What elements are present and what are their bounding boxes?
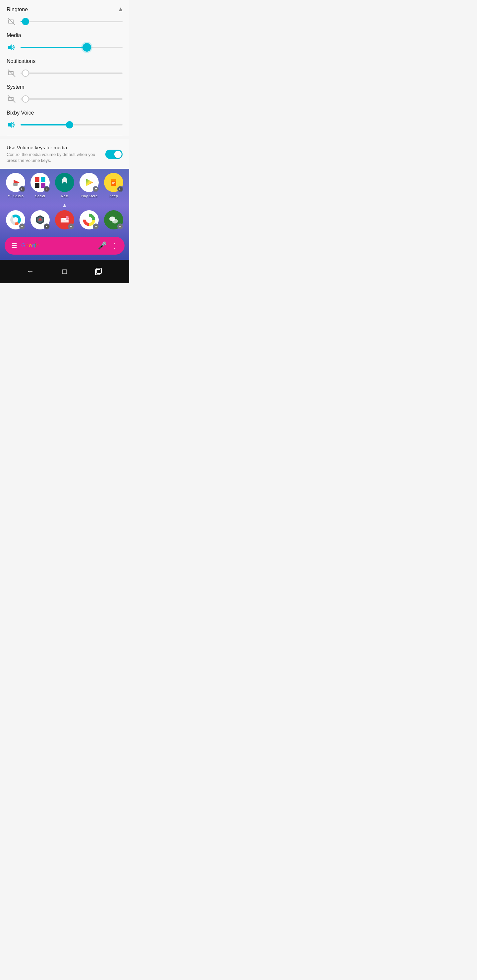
- nest-label: Nest: [61, 194, 69, 198]
- ringtone-section: Ringtone: [6, 6, 123, 27]
- home-screen: YT Studio Social: [0, 169, 129, 260]
- play-store-label: Play Store: [81, 194, 98, 198]
- svg-rect-23: [95, 189, 97, 189]
- volume-keys-row: Use Volume keys for media Control the me…: [0, 139, 129, 169]
- svg-point-55: [87, 218, 91, 222]
- app-row-2: [0, 210, 129, 235]
- yt-studio-badge: [19, 186, 25, 192]
- svg-point-18: [62, 182, 67, 185]
- app-nest[interactable]: Nest: [53, 173, 76, 198]
- ringtone-icon: [6, 17, 17, 27]
- svg-rect-12: [35, 183, 40, 188]
- svg-rect-26: [111, 179, 116, 181]
- svg-line-0: [8, 18, 15, 25]
- volume-keys-desc: Control the media volume by default when…: [6, 152, 100, 164]
- svg-rect-27: [112, 183, 115, 183]
- notifications-slider[interactable]: [21, 73, 123, 74]
- system-slider[interactable]: [21, 98, 123, 100]
- svg-rect-66: [97, 268, 101, 274]
- toggle-knob: [114, 151, 121, 158]
- home-button[interactable]: □: [58, 265, 71, 278]
- social-badge: [44, 186, 50, 192]
- yt-studio-label: YT Studio: [8, 194, 24, 198]
- svg-rect-38: [21, 226, 23, 227]
- bixby-section: Bixby Voice: [6, 110, 123, 130]
- drawer-chevron[interactable]: ▲: [0, 202, 129, 209]
- ringtone-title: Ringtone: [6, 6, 123, 13]
- svg-line-1: [8, 70, 15, 77]
- keep-label: Keep: [109, 194, 118, 198]
- donut-badge: [93, 223, 99, 229]
- mic-icon[interactable]: 🎤: [98, 241, 107, 250]
- system-section: System: [6, 84, 123, 104]
- system-title: System: [6, 84, 123, 90]
- volume-keys-toggle[interactable]: [105, 150, 123, 159]
- flickr-badge: [117, 223, 123, 229]
- social-label: Social: [35, 194, 45, 198]
- volume-keys-title: Use Volume keys for media: [6, 145, 100, 150]
- bixby-slider[interactable]: [21, 124, 123, 126]
- teal-chart-badge: [19, 223, 25, 229]
- svg-point-35: [14, 218, 17, 221]
- back-button[interactable]: ←: [24, 265, 37, 278]
- recents-button[interactable]: [92, 265, 105, 278]
- play-store-badge: [93, 186, 99, 192]
- app-play-store[interactable]: Play Store: [78, 173, 101, 198]
- svg-rect-6: [13, 183, 18, 186]
- bixby-title: Bixby Voice: [6, 110, 123, 116]
- app-red-mail[interactable]: [53, 210, 76, 231]
- hex-dark-badge: [44, 223, 50, 229]
- svg-rect-50: [70, 226, 72, 227]
- app-hex-dark[interactable]: [29, 210, 51, 231]
- notifications-title: Notifications: [6, 58, 123, 64]
- google-logo: Google: [21, 242, 98, 249]
- svg-point-61: [112, 219, 118, 223]
- system-icon: [6, 94, 17, 104]
- volume-panel: ▲ Ringtone Media: [0, 0, 129, 136]
- svg-rect-58: [95, 226, 97, 227]
- ringtone-slider[interactable]: [21, 21, 123, 22]
- keep-badge: [117, 186, 123, 192]
- app-yt-studio[interactable]: YT Studio: [4, 173, 27, 198]
- search-menu-icon: ☰: [11, 242, 17, 250]
- volume-keys-text: Use Volume keys for media Control the me…: [6, 145, 105, 164]
- media-slider[interactable]: [21, 47, 123, 48]
- collapse-button[interactable]: ▲: [117, 5, 124, 13]
- svg-rect-65: [96, 269, 100, 275]
- notifications-section: Notifications: [6, 58, 123, 78]
- svg-line-2: [8, 95, 15, 103]
- svg-point-46: [66, 216, 69, 218]
- app-donut[interactable]: [78, 210, 101, 231]
- media-section: Media: [6, 32, 123, 52]
- search-bar[interactable]: ☰ Google 🎤 ⋮: [5, 237, 124, 255]
- app-flickr[interactable]: [102, 210, 125, 231]
- app-row-1: YT Studio Social: [0, 173, 129, 200]
- app-keep[interactable]: Keep: [102, 173, 125, 198]
- media-icon: [6, 42, 17, 52]
- svg-rect-11: [41, 177, 45, 182]
- svg-rect-64: [119, 226, 121, 227]
- svg-rect-28: [112, 183, 114, 184]
- svg-rect-47: [66, 218, 69, 220]
- notifications-icon: [6, 68, 17, 78]
- red-mail-badge: [68, 223, 74, 229]
- more-options-icon[interactable]: ⋮: [111, 242, 118, 250]
- media-title: Media: [6, 32, 123, 38]
- nav-bar: ← □: [0, 260, 129, 283]
- app-social[interactable]: Social: [29, 173, 51, 198]
- svg-rect-10: [35, 177, 40, 182]
- app-teal-chart[interactable]: [4, 210, 27, 231]
- svg-rect-22: [95, 188, 97, 189]
- bixby-icon: [6, 120, 17, 130]
